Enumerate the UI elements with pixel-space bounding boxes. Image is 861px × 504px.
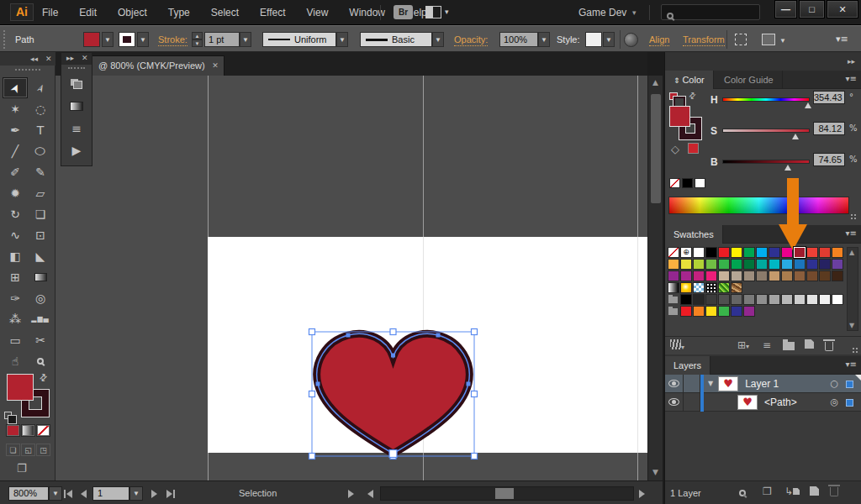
next-artboard-button[interactable] [151,490,157,498]
swatch[interactable] [731,270,742,281]
swatch[interactable] [668,259,679,270]
delete-layer-icon[interactable] [830,485,838,499]
swatch[interactable] [718,270,730,281]
stroke-color-swatch[interactable] [119,32,135,47]
target-icon[interactable]: ○ [830,378,838,389]
swatch[interactable] [705,259,717,270]
bridge-button[interactable]: Br [394,5,413,19]
swatch[interactable] [794,259,806,270]
swatch[interactable] [705,270,717,281]
zoom-level-field[interactable]: 800% [8,486,49,501]
recolor-artwork-icon[interactable] [624,33,638,47]
close-icon[interactable]: ✕ [82,54,88,62]
grad-or-swatch[interactable] [680,282,692,293]
layer-row[interactable]: ♥<Path>◎ [665,393,861,412]
selection-indicator[interactable] [846,399,853,407]
swatch[interactable] [819,259,831,270]
fill-proxy[interactable] [669,106,690,127]
fill-proxy[interactable] [7,374,34,401]
blob-brush-tool[interactable]: ✹ [3,182,28,203]
swatch-kinds-icon[interactable]: ⊞▾ [737,339,749,351]
swatch[interactable] [806,259,818,270]
slider-handle[interactable] [805,102,811,108]
swatch[interactable] [769,294,780,305]
folder-swatch[interactable] [668,294,679,305]
swatch[interactable] [718,306,730,317]
style-dropdown[interactable]: ▼ [603,32,615,47]
mesh-tool[interactable]: ⊞ [3,266,28,287]
draw-behind-button[interactable]: ◱ [21,444,35,456]
expand-icon[interactable]: ▸▸ [66,54,74,62]
blend-tool[interactable]: ◎ [28,287,53,308]
select-similar-dropdown[interactable]: ▼ [777,34,789,45]
tab-layers[interactable]: Layers [665,356,710,375]
style-swatch[interactable] [585,32,602,47]
swatch[interactable] [705,306,717,317]
swatch[interactable] [806,247,818,258]
last-artboard-button[interactable] [166,490,172,498]
heart-artwork[interactable] [305,325,482,465]
minimize-button[interactable]: — [774,0,797,18]
scroll-down-icon[interactable]: ▼ [849,322,854,329]
pat-brown-swatch[interactable] [731,282,742,293]
target-icon[interactable]: ◎ [830,396,838,407]
fill-dropdown[interactable]: ▼ [102,32,114,47]
swatch[interactable] [693,270,705,281]
select-similar-icon[interactable] [762,34,775,45]
s-value-field[interactable]: 84.12 [813,122,845,135]
selection-indicator[interactable] [846,381,853,388]
swatch[interactable] [743,294,755,305]
width-profile-field[interactable]: Uniform [262,32,336,47]
menu-edit[interactable]: Edit [79,7,97,18]
swatch[interactable] [668,270,679,281]
layer-thumbnail[interactable]: ♥ [737,395,758,410]
disclosure-triangle[interactable]: ▼ [708,380,713,387]
delete-swatch-icon[interactable] [825,339,833,354]
swatch[interactable] [695,178,705,188]
tab-swatches[interactable]: Swatches [665,225,723,244]
ellipse-tool[interactable]: ○ [28,140,53,161]
swatch[interactable] [743,247,755,258]
stroke-width-field[interactable]: 1 pt [204,32,240,47]
lock-toggle[interactable] [684,393,700,412]
pat-dots-swatch[interactable] [705,282,717,293]
screen-mode-button[interactable]: ❐ [17,462,27,475]
horizontal-scrollbar[interactable] [380,486,634,501]
none-swatch[interactable] [669,178,680,188]
paintbrush-tool[interactable]: ✐ [3,161,28,182]
lasso-tool[interactable]: ◌ [28,98,53,119]
magic-wand-tool[interactable]: ✶ [3,98,28,119]
stroke-width-stepper[interactable]: ▲▼ [192,32,203,47]
swatch[interactable] [832,294,843,305]
perspective-grid-tool[interactable]: ◣ [28,245,53,266]
document-tab[interactable]: @ 800% (CMYK/Preview) ✕ [89,55,224,76]
free-transform-tool[interactable]: ⊡ [28,224,53,245]
bounding-box-icon[interactable] [735,34,747,45]
swatch[interactable] [680,259,692,270]
panel-menu-icon[interactable]: ▾≡ [846,74,857,83]
swatch[interactable] [682,178,693,188]
gradient-panel-icon[interactable] [61,100,92,113]
brush-definition-field[interactable]: Basic [360,32,432,47]
stroke-panel-link[interactable]: Stroke: [158,34,188,46]
transform-link[interactable]: Transform [683,34,725,46]
slider-handle[interactable] [784,165,791,171]
default-fill-stroke-icon[interactable] [4,412,12,419]
none-mode-button[interactable] [36,424,50,437]
column-graph-tool[interactable]: ▂▆▄ [28,308,53,329]
in-gamut-color-swatch[interactable] [688,143,699,154]
scroll-left-icon[interactable] [367,490,373,498]
swatch[interactable] [794,270,806,281]
scroll-up-icon[interactable]: ▲ [849,249,854,256]
swatch[interactable] [743,306,755,317]
artboard-tool[interactable]: ▭ [3,329,28,350]
swatch[interactable] [756,259,768,270]
horizontal-scroll-thumb[interactable] [495,488,514,499]
resize-grip[interactable] [852,347,859,354]
last-artboard-icon[interactable] [173,490,175,498]
collapse-dock-icon[interactable]: ▸▸ [848,57,855,66]
hand-tool[interactable]: ☝ [3,350,28,371]
mini-fill-stroke-proxy[interactable] [669,92,678,100]
search-input[interactable] [661,4,760,20]
shape-builder-tool[interactable]: ◧ [3,245,28,266]
